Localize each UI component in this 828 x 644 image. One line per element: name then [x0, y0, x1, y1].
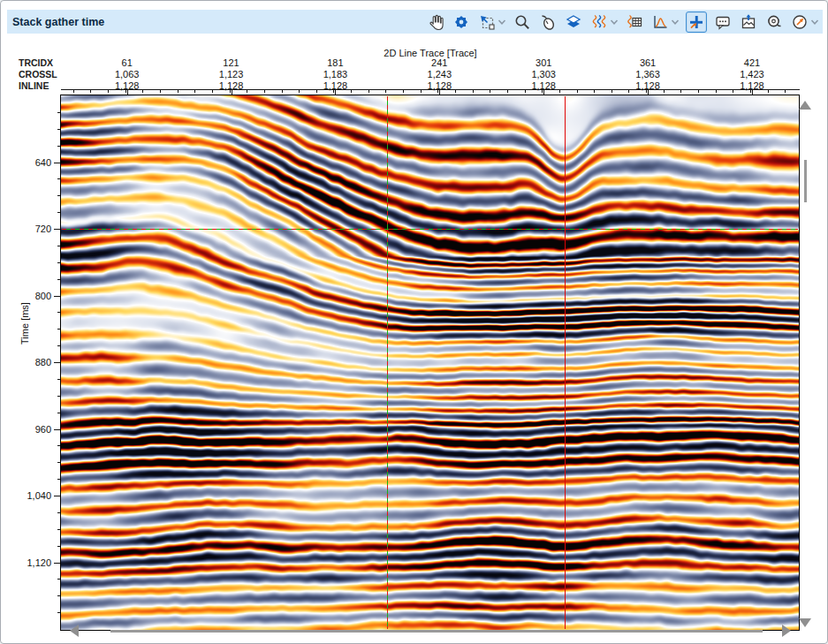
- toolbar: [426, 10, 819, 34]
- crosshair-horizontal-line[interactable]: [62, 229, 798, 230]
- x-minor-tick: [559, 90, 560, 93]
- mouse-probe-group: [538, 12, 558, 32]
- wiggle-traces-group: [589, 12, 619, 32]
- x-minor-tick: [646, 90, 647, 93]
- x-minor-tick: [490, 90, 490, 93]
- axis-row-label-inline: INLINE: [19, 80, 49, 91]
- layers-icon[interactable]: [564, 12, 583, 32]
- x-minor-tick: [628, 90, 629, 93]
- y-tick-label: 1,120: [8, 557, 51, 568]
- y-tick-label: 640: [8, 157, 51, 168]
- seismic-section-canvas[interactable]: [61, 95, 799, 630]
- x-minor-tick: [299, 90, 300, 93]
- x-tick-value-crossl: 1,123: [219, 69, 244, 80]
- y-tick-label: 960: [8, 424, 51, 435]
- x-minor-tick: [142, 90, 143, 93]
- x-minor-tick: [385, 90, 386, 93]
- chevron-down-icon[interactable]: [498, 18, 506, 27]
- comment-bubble-icon[interactable]: [713, 12, 733, 32]
- export-image-icon[interactable]: [739, 12, 758, 32]
- zoom-magnifier-group: [513, 12, 532, 32]
- measure-tool-group: [764, 12, 784, 32]
- x-minor-tick: [194, 90, 195, 93]
- pan-hand-icon[interactable]: [426, 12, 445, 32]
- histogram-curve-group: [650, 12, 680, 32]
- x-minor-tick: [178, 90, 179, 93]
- stack-gather-window: Stack gather time 2D Line Trace [Trace] …: [0, 0, 828, 644]
- y-tick-label: 1,040: [8, 490, 51, 501]
- x-minor-tick: [716, 90, 717, 93]
- comment-bubble-group: [713, 12, 733, 32]
- vertical-scrollbar-thumb[interactable]: [804, 160, 807, 202]
- x-tick-value-trcidx: 181: [327, 57, 343, 68]
- x-minor-tick: [316, 90, 317, 93]
- y-tick-label: 800: [8, 291, 51, 301]
- x-tick-value-trcidx: 61: [122, 57, 133, 68]
- wiggle-traces-icon[interactable]: [589, 12, 609, 32]
- x-minor-tick: [698, 90, 699, 93]
- y-tick-label: 880: [8, 357, 51, 367]
- compass-navigation-icon[interactable]: [790, 12, 809, 32]
- mouse-probe-icon[interactable]: [538, 12, 558, 32]
- crosshair-vertical-line[interactable]: [387, 96, 388, 629]
- x-minor-tick: [351, 90, 352, 93]
- crosshair-tracking-icon[interactable]: [686, 11, 707, 33]
- x-minor-tick: [664, 90, 665, 93]
- zoom-magnifier-icon[interactable]: [513, 12, 532, 32]
- chevron-down-icon[interactable]: [810, 18, 819, 27]
- scroll-left-arrow[interactable]: [70, 625, 79, 637]
- x-minor-tick: [525, 90, 526, 93]
- scroll-up-arrow[interactable]: [799, 101, 811, 110]
- x-tick-value-crossl: 1,063: [115, 69, 140, 80]
- x-minor-tick: [282, 90, 283, 93]
- x-minor-tick: [680, 90, 681, 93]
- axis-row-label-crossl: CROSSL: [19, 69, 57, 80]
- trace-table-icon[interactable]: [625, 12, 644, 32]
- select-region-group: [477, 12, 506, 32]
- x-tick-value-trcidx: 241: [431, 57, 447, 68]
- x-minor-tick: [125, 90, 126, 93]
- x-tick-value-crossl: 1,423: [740, 69, 764, 80]
- x-minor-tick: [108, 90, 109, 93]
- settings-gear-icon[interactable]: [452, 12, 471, 32]
- compass-navigation-group: [790, 12, 819, 32]
- scroll-down-arrow[interactable]: [799, 618, 811, 627]
- x-minor-tick: [612, 90, 612, 93]
- x-tick-value-crossl: 1,243: [428, 69, 452, 80]
- window-title: Stack gather time: [7, 16, 104, 28]
- select-region-icon[interactable]: [477, 12, 497, 32]
- x-minor-tick: [750, 90, 751, 93]
- x-tick-value-crossl: 1,363: [635, 69, 660, 80]
- top-axis-line: [61, 89, 800, 90]
- histogram-curve-icon[interactable]: [650, 12, 670, 32]
- x-minor-tick: [212, 90, 213, 93]
- x-minor-tick: [768, 90, 769, 93]
- x-minor-tick: [247, 90, 247, 93]
- horizontal-scrollbar-thumb[interactable]: [110, 630, 763, 633]
- trace-marker-line[interactable]: [565, 96, 566, 629]
- x-minor-tick: [577, 90, 578, 93]
- x-tick-value-trcidx: 301: [536, 57, 551, 68]
- y-tick-label: 720: [8, 224, 51, 234]
- scroll-right-arrow[interactable]: [782, 625, 791, 637]
- x-minor-tick: [785, 90, 786, 93]
- x-minor-tick: [90, 90, 91, 93]
- pan-hand-group: [426, 12, 445, 32]
- settings-gear-group: [452, 12, 471, 32]
- x-minor-tick: [333, 90, 334, 93]
- x-minor-tick: [421, 90, 422, 93]
- chevron-down-icon[interactable]: [610, 18, 619, 27]
- x-tick-value-crossl: 1,303: [531, 69, 556, 80]
- measure-tool-icon[interactable]: [764, 12, 784, 32]
- x-minor-tick: [160, 90, 161, 93]
- x-minor-tick: [73, 90, 74, 93]
- x-minor-tick: [507, 90, 508, 93]
- x-tick-value-trcidx: 421: [744, 57, 760, 68]
- x-tick-value-crossl: 1,183: [323, 69, 348, 80]
- layers-group: [564, 12, 583, 32]
- chevron-down-icon[interactable]: [671, 18, 680, 27]
- trace-table-group: [625, 12, 644, 32]
- axis-row-label-trcidx: TRCIDX: [19, 57, 53, 68]
- seismic-plot-frame: [60, 95, 800, 631]
- x-tick-value-trcidx: 121: [223, 57, 239, 68]
